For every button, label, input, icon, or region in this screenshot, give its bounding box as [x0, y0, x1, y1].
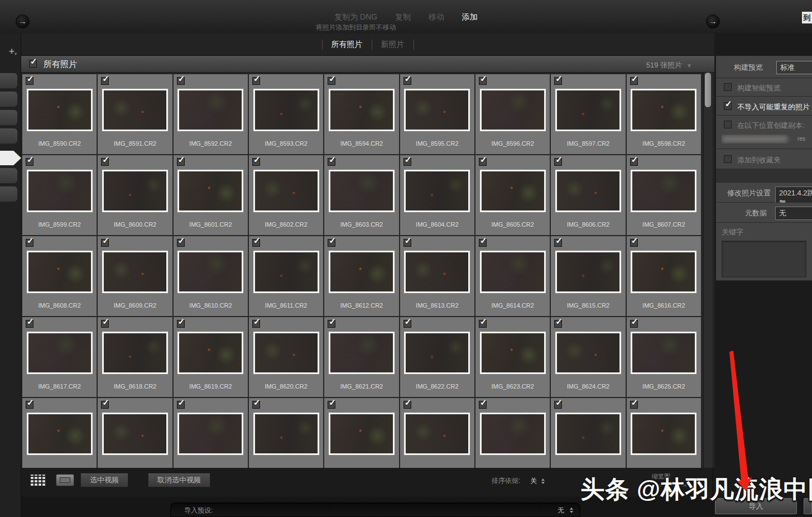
- metadata-dropdown[interactable]: 无: [775, 207, 812, 220]
- photo-checkbox[interactable]: ✓: [479, 158, 487, 166]
- photo-checkbox[interactable]: ✓: [252, 401, 260, 409]
- photo-cell[interactable]: ✓IMG_8600.CR2: [98, 155, 172, 235]
- photo-cell[interactable]: ✓IMG_8619.CR2: [174, 317, 248, 397]
- photo-checkbox[interactable]: ✓: [252, 239, 260, 247]
- source-item[interactable]: [0, 73, 18, 89]
- photo-cell[interactable]: ✓IMG_8599.CR2: [22, 155, 97, 235]
- photo-checkbox[interactable]: ✓: [554, 77, 562, 85]
- photo-cell[interactable]: ✓IMG_8605.CR2: [475, 155, 550, 235]
- photo-checkbox[interactable]: ✓: [554, 239, 562, 247]
- photo-cell[interactable]: ✓: [98, 398, 172, 468]
- photo-checkbox[interactable]: ✓: [554, 401, 562, 409]
- mode-copy-as-dng[interactable]: 复制为 DNG: [334, 12, 377, 21]
- photo-cell[interactable]: ✓IMG_8613.CR2: [400, 236, 474, 316]
- deselect-video-button[interactable]: 取消选中视频: [148, 473, 210, 487]
- photo-cell[interactable]: ✓IMG_8596.CR2: [475, 74, 550, 154]
- add-source-icon[interactable]: +: [9, 46, 17, 57]
- mode-copy[interactable]: 复制: [395, 12, 411, 21]
- photo-checkbox[interactable]: ✓: [630, 158, 638, 166]
- select-video-button[interactable]: 选中视频: [80, 473, 128, 487]
- add-to-collection-checkbox[interactable]: ✓: [724, 155, 732, 163]
- photo-checkbox[interactable]: ✓: [26, 401, 33, 409]
- photo-checkbox[interactable]: ✓: [177, 158, 185, 166]
- photo-checkbox[interactable]: ✓: [554, 320, 562, 328]
- photo-checkbox[interactable]: ✓: [177, 401, 185, 409]
- source-item[interactable]: [0, 167, 18, 184]
- grid-view-icon[interactable]: [31, 475, 46, 486]
- photo-checkbox[interactable]: ✓: [252, 320, 260, 328]
- photo-cell[interactable]: ✓IMG_8624.CR2: [551, 317, 625, 397]
- photo-checkbox[interactable]: ✓: [177, 77, 185, 85]
- source-item[interactable]: [0, 109, 18, 126]
- photo-cell[interactable]: ✓IMG_8623.CR2: [475, 317, 550, 397]
- photo-checkbox[interactable]: ✓: [479, 77, 487, 85]
- tab-all-photos[interactable]: 所有照片: [331, 40, 363, 50]
- build-preview-dropdown[interactable]: 标准: [776, 61, 812, 74]
- photo-checkbox[interactable]: ✓: [101, 158, 109, 166]
- copy-location-checkbox[interactable]: ✓: [724, 121, 732, 128]
- photo-count[interactable]: 519 张照片▼: [646, 60, 692, 70]
- photo-cell[interactable]: ✓: [627, 398, 701, 468]
- photo-cell[interactable]: ✓IMG_8597.CR2: [551, 74, 625, 154]
- photo-cell[interactable]: ✓IMG_8608.CR2: [22, 236, 97, 316]
- photo-checkbox[interactable]: ✓: [101, 401, 109, 409]
- vertical-scrollbar[interactable]: [703, 73, 712, 468]
- photo-cell[interactable]: ✓: [174, 398, 248, 468]
- photo-cell[interactable]: ✓IMG_8591.CR2: [98, 74, 172, 154]
- photo-checkbox[interactable]: ✓: [630, 77, 638, 85]
- photo-cell[interactable]: ✓IMG_8620.CR2: [249, 317, 323, 397]
- photo-cell[interactable]: ✓: [22, 398, 97, 468]
- photo-checkbox[interactable]: ✓: [403, 401, 411, 409]
- photo-checkbox[interactable]: ✓: [177, 320, 185, 328]
- photo-cell[interactable]: ✓IMG_8598.CR2: [627, 74, 701, 154]
- photo-cell[interactable]: ✓IMG_8614.CR2: [475, 236, 550, 316]
- photo-cell[interactable]: ✓IMG_8622.CR2: [400, 317, 474, 397]
- photo-cell[interactable]: ✓: [400, 398, 474, 468]
- mode-add[interactable]: 添加: [462, 12, 478, 21]
- source-item[interactable]: [0, 128, 18, 144]
- mode-move[interactable]: 移动: [429, 12, 444, 21]
- scrollbar-thumb[interactable]: [705, 73, 711, 107]
- photo-checkbox[interactable]: ✓: [328, 239, 335, 247]
- photo-checkbox[interactable]: ✓: [479, 320, 487, 328]
- photo-cell[interactable]: ✓IMG_8609.CR2: [98, 236, 172, 316]
- photo-cell[interactable]: ✓IMG_8610.CR2: [174, 236, 248, 316]
- import-preset-dropdown[interactable]: 导入预设: 无: [170, 502, 580, 517]
- photo-cell[interactable]: ✓IMG_8607.CR2: [627, 155, 701, 235]
- photo-cell[interactable]: ✓IMG_8615.CR2: [551, 236, 625, 316]
- nav-arrow-right-icon[interactable]: →: [706, 15, 720, 28]
- photo-checkbox[interactable]: ✓: [403, 158, 411, 166]
- photo-cell[interactable]: ✓IMG_8592.CR2: [174, 74, 248, 154]
- photo-cell[interactable]: ✓IMG_8604.CR2: [400, 155, 474, 235]
- photo-cell[interactable]: ✓IMG_8606.CR2: [551, 155, 625, 235]
- photo-cell[interactable]: ✓: [475, 398, 550, 468]
- photo-checkbox[interactable]: ✓: [630, 239, 638, 247]
- photo-checkbox[interactable]: ✓: [328, 158, 335, 166]
- photo-checkbox[interactable]: ✓: [101, 239, 109, 247]
- photo-cell[interactable]: ✓IMG_8594.CR2: [324, 74, 398, 154]
- tab-new-photos[interactable]: 新照片: [381, 40, 405, 50]
- photo-cell[interactable]: ✓: [324, 398, 398, 468]
- photo-cell[interactable]: ✓IMG_8611.CR2: [249, 236, 323, 316]
- photo-checkbox[interactable]: ✓: [101, 77, 109, 85]
- photo-checkbox[interactable]: ✓: [26, 239, 33, 247]
- photo-checkbox[interactable]: ✓: [328, 401, 335, 409]
- select-all-checkbox[interactable]: ✓: [29, 60, 37, 68]
- photo-cell[interactable]: ✓IMG_8617.CR2: [22, 317, 97, 397]
- photo-checkbox[interactable]: ✓: [403, 77, 411, 85]
- photo-cell[interactable]: ✓: [249, 398, 323, 468]
- keywords-input[interactable]: [722, 241, 806, 277]
- photo-checkbox[interactable]: ✓: [328, 320, 335, 328]
- photo-cell[interactable]: ✓: [551, 398, 625, 468]
- photo-cell[interactable]: ✓IMG_8621.CR2: [324, 317, 398, 397]
- photo-checkbox[interactable]: ✓: [630, 320, 638, 328]
- loupe-view-icon[interactable]: [56, 474, 74, 486]
- smart-preview-checkbox[interactable]: ✓: [724, 83, 732, 91]
- photo-checkbox[interactable]: ✓: [26, 77, 33, 85]
- photo-cell[interactable]: ✓IMG_8625.CR2: [627, 317, 701, 397]
- photo-checkbox[interactable]: ✓: [630, 401, 638, 409]
- photo-cell[interactable]: ✓IMG_8603.CR2: [324, 155, 398, 235]
- no-duplicates-checkbox[interactable]: ✓: [724, 102, 732, 110]
- photo-checkbox[interactable]: ✓: [177, 239, 185, 247]
- source-item[interactable]: [0, 91, 18, 107]
